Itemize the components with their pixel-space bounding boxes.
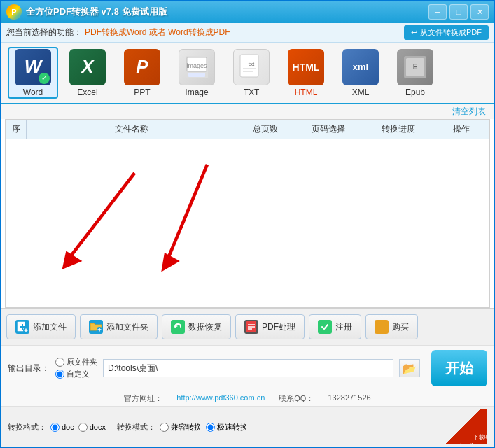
svg-point-33 (379, 330, 382, 332)
add-folder-icon (89, 320, 103, 334)
pdf-icon (244, 320, 258, 334)
format-xml[interactable]: xml XML (335, 47, 386, 99)
recover-label: 数据恢复 (188, 321, 222, 333)
buy-label: 购买 (392, 321, 409, 333)
radio-custom-input[interactable] (55, 370, 64, 379)
ppt-label: PPT (134, 88, 150, 97)
mode-options-label: 转换模式： (117, 422, 155, 433)
mode-fast[interactable]: 极速转换 (206, 422, 248, 433)
add-file-icon (15, 320, 29, 334)
add-file-label: 添加文件 (33, 321, 67, 333)
func-value: PDF转换成Word 或者 Word转换成PDF (85, 27, 230, 38)
watermark-text: 下载吧 www.xiazaiba.com (444, 434, 487, 444)
image-icon-img: images (179, 49, 215, 85)
fmt-doc-radio[interactable] (50, 423, 60, 432)
excel-label: Excel (77, 88, 97, 97)
table-body (6, 139, 489, 307)
output-path-input[interactable] (103, 359, 393, 377)
mode-compat-radio[interactable] (160, 423, 169, 432)
col-page-select: 页码选择 (293, 120, 363, 139)
format-excel[interactable]: X Excel (62, 47, 113, 99)
word-check-icon: ✓ (39, 73, 50, 84)
app-icon: P (6, 4, 22, 20)
browse-folder-button[interactable]: 📂 (399, 359, 420, 377)
window-controls: ─ □ ✕ (428, 4, 489, 20)
recover-button[interactable]: 数据恢复 (162, 314, 231, 340)
clear-list-link[interactable]: 清空列表 (452, 106, 486, 116)
file-table: 序 文件名称 总页数 页码选择 转换进度 操作 (5, 119, 490, 308)
format-txt[interactable]: txt TXT (226, 47, 277, 99)
radio-original-label: 原文件夹 (67, 357, 97, 368)
watermark-line1: 下载吧 (444, 434, 487, 441)
qq-value: 1328271526 (328, 393, 370, 404)
fmt-docx-radio[interactable] (78, 423, 88, 432)
buy-icon (375, 320, 389, 334)
pdf-process-button[interactable]: PDF处理 (235, 314, 305, 340)
format-html[interactable]: HTML HTML (281, 47, 331, 99)
add-folder-button[interactable]: 添加文件夹 (80, 314, 158, 340)
clear-list-row: 清空列表 (1, 104, 494, 119)
minimize-button[interactable]: ─ (428, 4, 447, 20)
radio-original-input[interactable] (55, 358, 64, 367)
svg-text:images: images (186, 62, 207, 69)
main-window: P 全方位PDF转换器 v7.8 免费试用版 ─ □ ✕ 您当前选择的功能： P… (0, 0, 495, 448)
function-bar: 您当前选择的功能： PDF转换成Word 或者 Word转换成PDF ↩ 从文件… (1, 23, 494, 43)
output-radio-group: 原文件夹 自定义 (55, 357, 97, 379)
svg-rect-5 (188, 73, 205, 77)
word-icon-img: W ✓ (15, 49, 51, 85)
svg-text:txt: txt (249, 61, 255, 67)
title-bar: P 全方位PDF转换器 v7.8 免费试用版 ─ □ ✕ (1, 1, 494, 23)
fmt-docx-label: docx (90, 423, 106, 431)
excel-icon-img: X (69, 49, 106, 85)
folder-browse-icon: 📂 (403, 362, 417, 375)
buy-button[interactable]: 购买 (365, 314, 418, 340)
mode-compat[interactable]: 兼容转换 (160, 422, 202, 433)
word-label: Word (23, 88, 43, 97)
format-group: 转换格式： doc docx (8, 422, 106, 433)
window-title: 全方位PDF转换器 v7.8 免费试用版 (26, 6, 428, 18)
radio-custom[interactable]: 自定义 (55, 369, 97, 379)
format-options-label: 转换格式： (8, 422, 46, 433)
xml-icon-img: xml (342, 49, 379, 85)
svg-text:P: P (11, 8, 16, 16)
mode-fast-label: 极速转换 (217, 422, 248, 433)
html-icon-img: HTML (288, 49, 324, 85)
mode-fast-radio[interactable] (206, 423, 215, 432)
register-button[interactable]: 注册 (309, 314, 361, 340)
mode-group: 转换模式： 兼容转换 极速转换 (117, 422, 248, 433)
svg-line-15 (167, 164, 207, 261)
radio-original-folder[interactable]: 原文件夹 (55, 357, 97, 368)
svg-point-34 (383, 330, 385, 332)
switch-mode-button[interactable]: ↩ 从文件转换成PDF (404, 25, 489, 40)
start-button[interactable]: 开始 (431, 350, 487, 386)
add-file-button[interactable]: 添加文件 (6, 314, 76, 340)
arrow-overlay (6, 139, 489, 307)
qq-label: 联系QQ： (279, 393, 314, 404)
close-button[interactable]: ✕ (470, 4, 489, 20)
website-link[interactable]: http://www.pdf360.com.cn (176, 393, 265, 404)
maximize-button[interactable]: □ (449, 4, 468, 20)
col-progress: 转换进度 (363, 120, 433, 139)
output-label: 输出目录： (8, 363, 50, 374)
website-label: 官方网址： (124, 393, 162, 404)
format-epub[interactable]: E Epub (390, 47, 440, 99)
recover-icon (171, 320, 185, 334)
txt-icon-img: txt (233, 49, 270, 85)
arrow-icon: ↩ (411, 28, 417, 37)
register-icon (318, 320, 332, 334)
col-seq: 序 (6, 120, 27, 139)
xml-label: XML (352, 88, 370, 97)
txt-label: TXT (244, 88, 260, 97)
fmt-doc-label: doc (62, 423, 74, 431)
format-ppt[interactable]: P PPT (117, 47, 167, 99)
format-docx[interactable]: docx (78, 423, 106, 432)
switch-mode-label: 从文件转换成PDF (420, 27, 482, 38)
watermark-badge: 下载吧 www.xiazaiba.com (431, 410, 487, 444)
func-label: 您当前选择的功能： (6, 27, 82, 38)
format-doc[interactable]: doc (50, 423, 74, 432)
format-word[interactable]: W ✓ Word (8, 47, 58, 99)
format-image[interactable]: images Image (172, 47, 222, 99)
svg-line-13 (70, 173, 134, 257)
table-header: 序 文件名称 总页数 页码选择 转换进度 操作 (6, 120, 489, 139)
image-label: Image (185, 88, 208, 97)
